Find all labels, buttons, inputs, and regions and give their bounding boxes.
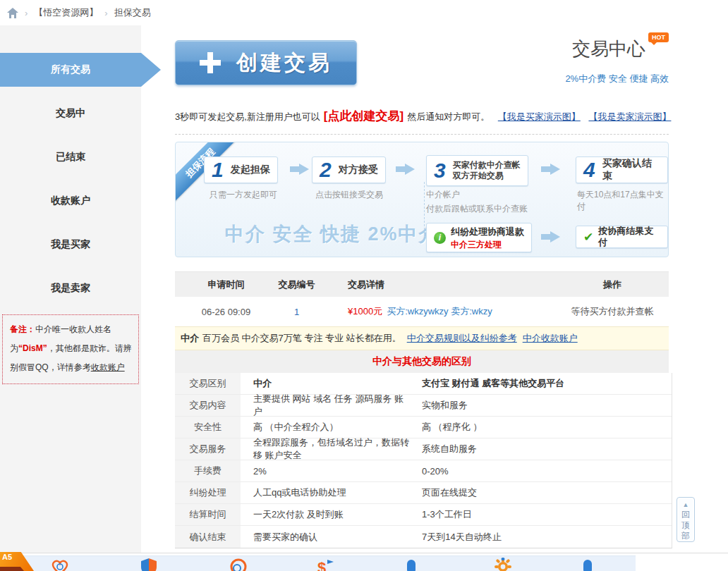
comparison-row: 纠纷处理 人工qq或电话协助处理 页面在线提交	[175, 482, 672, 504]
comparison-row: 确认结束 需要买家的确认 7天到14天自动终止	[175, 526, 672, 548]
intro-line: 3秒即可发起交易,新注册用户也可以[点此创建交易]然后通知对方即可。 【我是买家…	[175, 108, 669, 135]
trade-id-link[interactable]: 1	[294, 307, 299, 317]
notice-bar: 中介 百万会员 中介交易7万笔 专注 专业 站长都在用。 中介交易规则以及纠纷参…	[175, 326, 669, 350]
comparison-row: 结算时间 一天2次付款 及时到账 1-3个工作日	[175, 504, 672, 526]
trade-parties: 买方:wkzywkzy 卖方:wkzy	[387, 306, 492, 317]
flow-arrow-icon	[396, 164, 415, 175]
warning-note: 备注：中介唯一收款人姓名为“DisM”，其他都是欺诈。请辨别假冒QQ，详情参考收…	[2, 314, 139, 384]
flow-step-2: 2 对方接受	[312, 156, 386, 183]
sidebar-item-i-am-seller[interactable]: 我是卖家	[0, 266, 141, 310]
flow-step-1: 1 发起担保	[204, 156, 278, 183]
transactions-header-row: 申请时间 交易编号 交易详情 操作	[175, 271, 669, 297]
comparison-row: 交易区别 中介 支付宝 财付通 威客等其他交易平台	[175, 373, 672, 395]
plus-icon	[200, 52, 221, 73]
create-trade-button[interactable]: 创建交易	[175, 40, 357, 85]
breadcrumb-link-site[interactable]: 【悟空资源网】	[34, 6, 98, 19]
main-content: 交易中心HOT 2%中介费 安全 便捷 高效 创建交易 3秒即可发起交易,新注册…	[175, 37, 669, 548]
comparison-table: 交易区别 中介 支付宝 财付通 威客等其他交易平台 交易内容 主要提供 网站 域…	[175, 373, 672, 548]
svg-text:$: $	[317, 559, 326, 571]
hot-badge: HOT	[648, 32, 669, 42]
cell-apply-time: 06-26 09:09	[175, 307, 277, 317]
pin-icon[interactable]	[578, 558, 597, 571]
sidebar-item-i-am-buyer[interactable]: 我是买家	[0, 223, 141, 266]
breadcrumb: › 【悟空资源网】 › 担保交易	[0, 0, 728, 25]
sidebar-item-payment-account[interactable]: 收款账户	[0, 179, 141, 223]
flow-step-2-sub: 点击按钮接受交易	[315, 189, 383, 201]
notice-bold: 中介	[181, 332, 199, 345]
th-trade-detail: 交易详情	[316, 278, 556, 291]
sidebar-item-all-trades[interactable]: 所有交易	[0, 53, 141, 87]
heart-logo-icon[interactable]	[51, 558, 69, 571]
footer-divider	[0, 553, 728, 553]
table-row: 06-26 09:09 1 ¥1000元买方:wkzywkzy 卖方:wkzy …	[175, 297, 669, 326]
flow-arrow-icon	[541, 231, 561, 242]
comparison-row: 手续费 2% 0-20%	[175, 460, 672, 482]
flow-step-4-sub: 每天10点和17点集中支付	[577, 189, 668, 213]
comparison-row: 交易服务 全程跟踪服务，包括域名过户，数据转移 账户安全 系统自助服务	[175, 438, 672, 460]
page: › 【悟空资源网】 › 担保交易 所有交易 交易中 已结束 收款账户 我是买家 …	[0, 0, 728, 571]
comparison-title: 中介与其他交易的区别	[175, 350, 669, 373]
shield-icon[interactable]	[140, 558, 158, 571]
flow-step-3: 3 买家付款中介查帐双方开始交易	[426, 155, 528, 186]
flow-arrow-icon	[290, 164, 310, 175]
breadcrumb-separator: ›	[104, 8, 107, 18]
note-account-link[interactable]: 收款账户	[91, 362, 125, 372]
dispute-box: i 纠纷处理协商退款中介三方处理	[426, 223, 532, 252]
demo-buyer-link[interactable]: 【我是买家演示图】	[498, 111, 581, 122]
transactions-table: 申请时间 交易编号 交易详情 操作 06-26 09:09 1 ¥1000元买方…	[175, 271, 669, 326]
notice-link-account[interactable]: 中介收款账户	[523, 332, 578, 345]
th-trade-id: 交易编号	[277, 278, 316, 291]
flow-arrow-icon	[541, 164, 561, 175]
comparison-row: 安全性 高 （中介全程介入） 高 （程序化 ）	[175, 417, 672, 438]
create-trade-link[interactable]: [点此创建交易]	[324, 109, 404, 123]
trade-amount: ¥1000元	[348, 306, 382, 317]
check-icon: ✔	[583, 230, 593, 245]
sidebar-item-trading[interactable]: 交易中	[0, 92, 141, 135]
trade-action-status: 等待买方付款并查帐	[556, 305, 669, 318]
payee-name: “DisM”	[18, 343, 47, 353]
footer-bar: $	[0, 555, 636, 571]
escrow-flow-diagram: 担保流程 1 发起担保 2 对方接受 3 买家付款中介查帐双方开始交易 4 买家…	[175, 142, 669, 257]
flow-step-1-sub: 只需一方发起即可	[210, 189, 277, 201]
dollar-flag-icon[interactable]: $	[316, 558, 334, 571]
comparison-row: 交易内容 主要提供 网站 域名 任务 源码服务 账户 实物和服务	[175, 395, 672, 417]
result-box: ✔ 按协商结果支付	[576, 226, 668, 248]
breadcrumb-separator: ›	[25, 8, 28, 18]
page-title: 交易中心	[572, 37, 645, 61]
note-label: 备注：	[10, 324, 35, 334]
gear-icon[interactable]	[494, 558, 512, 571]
home-icon[interactable]	[7, 8, 18, 18]
back-to-top-button[interactable]: ▲ 回顶部	[677, 497, 695, 542]
th-action: 操作	[556, 278, 669, 291]
th-apply-time: 申请时间	[175, 278, 277, 291]
sidebar-item-finished[interactable]: 已结束	[0, 135, 141, 179]
flow-step-4: 4 买家确认结束	[576, 156, 668, 183]
ring-icon[interactable]	[229, 558, 248, 571]
flow-step-3-sub: 中介帐户	[426, 189, 460, 201]
trade-center-header: 交易中心HOT 2%中介费 安全 便捷 高效	[565, 37, 669, 85]
breadcrumb-current: 担保交易	[114, 6, 151, 19]
up-arrow-icon: ▲	[677, 501, 694, 508]
sidebar: 所有交易 交易中 已结束 收款账户 我是买家 我是卖家 备注：中介唯一收款人姓名…	[0, 25, 141, 553]
notice-link-rules[interactable]: 中介交易规则以及纠纷参考	[407, 332, 517, 345]
pin-icon[interactable]	[402, 558, 420, 571]
flow-step-3-sub2: 付款后跟帖或联系中介查账	[426, 203, 528, 215]
demo-seller-link[interactable]: 【我是卖家演示图】	[588, 111, 671, 122]
info-icon: i	[434, 232, 446, 244]
tagline: 2%中介费 安全 便捷 高效	[565, 73, 669, 85]
